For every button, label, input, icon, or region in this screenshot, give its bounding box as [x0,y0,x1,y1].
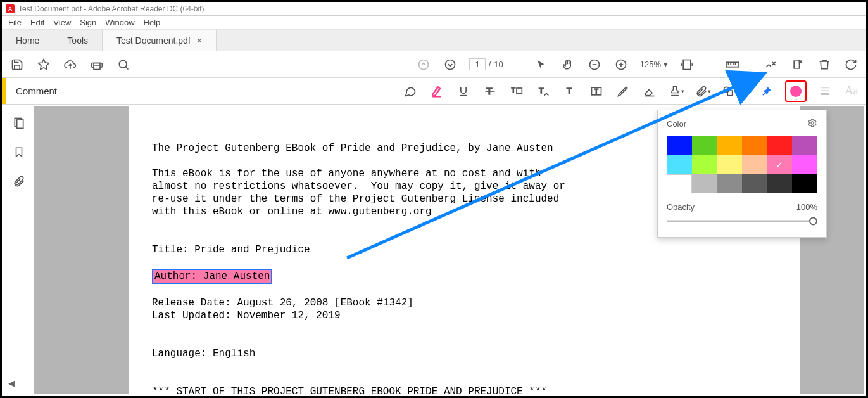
color-swatch[interactable] [692,136,717,155]
color-swatch[interactable] [717,155,742,174]
zoom-in-icon[interactable] [613,57,629,72]
chevron-down-icon: ▾ [664,60,668,69]
menu-window[interactable]: Window [105,18,134,27]
doc-updated-line: Last Updated: November 12, 2019 [152,310,341,321]
insert-text-icon[interactable]: T [535,83,551,100]
tab-tools-label: Tools [67,35,88,46]
print-icon[interactable] [89,57,104,72]
measure-icon[interactable] [725,57,740,72]
svg-text:T: T [594,88,598,95]
color-swatch[interactable] [767,155,793,174]
window-titlebar: A Test Document.pdf - Adobe Acrobat Read… [2,2,866,16]
pin-icon[interactable] [758,83,775,100]
svg-point-5 [419,60,429,69]
slider-thumb[interactable] [809,217,817,226]
menubar: File Edit View Sign Window Help [2,16,866,30]
color-swatch[interactable] [667,174,692,193]
color-swatch[interactable] [742,136,767,155]
page-down-icon[interactable] [443,57,458,72]
svg-marker-0 [39,59,49,69]
color-swatch[interactable] [742,155,767,174]
page-current-input[interactable]: 1 [469,58,485,70]
line-thickness-icon[interactable] [817,83,833,100]
page-up-icon[interactable] [416,57,431,72]
tab-document-label: Test Document.pdf [116,35,191,46]
tab-close-icon[interactable]: × [197,35,202,46]
find-icon[interactable] [116,57,131,72]
strikethrough-icon[interactable]: T [482,83,498,100]
fit-width-icon[interactable] [679,57,695,72]
tab-home-label: Home [16,35,39,46]
svg-rect-12 [683,60,691,69]
tab-document[interactable]: Test Document.pdf × [102,30,217,51]
zoom-out-icon[interactable] [587,57,602,72]
color-swatch[interactable] [692,155,717,174]
color-swatch[interactable] [792,155,817,174]
color-swatch[interactable] [667,136,692,155]
tabbar: Home Tools Test Document.pdf × [2,30,866,51]
sticky-note-icon[interactable] [402,83,418,100]
color-swatch[interactable] [792,136,817,155]
eraser-icon[interactable] [641,83,658,100]
main-toolbar: 1 / 10 125%▾ [2,51,866,78]
erase-signature-icon[interactable] [764,57,779,72]
color-swatch[interactable] [767,174,793,193]
rotate-page-icon[interactable] [790,57,805,72]
highlight-text-icon[interactable] [429,83,445,100]
comment-label: Comment [6,86,57,96]
save-icon[interactable] [9,57,25,72]
add-text-icon[interactable]: T [562,83,578,100]
gear-icon[interactable] [807,118,817,130]
color-swatch[interactable] [667,155,692,174]
menu-sign[interactable]: Sign [80,18,96,27]
hand-pan-icon[interactable] [560,57,576,72]
svg-line-4 [125,67,128,69]
color-popover: Color Opacity 100% [657,110,827,238]
pencil-draw-icon[interactable] [615,83,631,100]
star-icon[interactable] [36,57,51,72]
zoom-select[interactable]: 125%▾ [640,60,668,69]
redo-icon[interactable] [843,57,859,72]
attachments-icon[interactable] [11,174,27,189]
page-total: 10 [494,60,503,69]
replace-text-icon[interactable]: T [508,83,525,100]
color-swatch[interactable] [717,136,742,155]
thumbnails-icon[interactable] [11,115,27,131]
doc-release-line: Release Date: August 26, 2008 [EBook #13… [152,297,413,309]
selection-arrow-icon[interactable] [534,57,549,72]
text-properties-icon[interactable]: Aa [843,83,860,100]
text-box-icon[interactable]: T [588,83,605,100]
color-picker-button[interactable]: ⌄ [785,80,807,102]
color-swatch[interactable] [692,174,717,193]
color-swatch[interactable] [717,174,742,193]
svg-text:T: T [512,86,515,93]
doc-start-line: *** START OF THIS PROJECT GUTENBERG EBOO… [152,386,547,394]
tab-home[interactable]: Home [2,30,53,51]
attach-file-icon[interactable]: ▾ [695,83,711,100]
doc-line: with this eBook or online at www.gutenbe… [152,206,432,217]
stamp-icon[interactable]: ▾ [668,83,684,100]
svg-rect-2 [94,65,100,69]
opacity-label: Opacity [667,202,695,212]
doc-title-line: Title: Pride and Prejudice [152,244,310,255]
menu-edit[interactable]: Edit [30,18,44,27]
color-swatch[interactable] [792,174,817,193]
drawing-shapes-icon[interactable]: ▾ [721,83,738,100]
chevron-down-icon: ⌄ [793,95,798,101]
comment-toolbar: Comment T T T T T ▾ ▾ ▾ ⌄ Aa [2,78,866,105]
left-nav: ◀ [4,106,34,394]
delete-icon[interactable] [817,57,832,72]
tab-tools[interactable]: Tools [53,30,102,51]
highlighted-author[interactable]: Author: Jane Austen [152,269,272,284]
menu-help[interactable]: Help [144,18,161,27]
color-swatch[interactable] [767,136,793,155]
bookmark-icon[interactable] [11,144,27,160]
collapse-nav-icon[interactable]: ◀ [4,375,19,390]
color-swatch[interactable] [742,174,767,193]
opacity-slider[interactable] [667,217,817,226]
menu-file[interactable]: File [8,18,22,27]
underline-text-icon[interactable] [455,83,472,100]
menu-view[interactable]: View [53,18,71,27]
cloud-upload-icon[interactable] [63,57,78,72]
svg-point-31 [724,87,729,92]
